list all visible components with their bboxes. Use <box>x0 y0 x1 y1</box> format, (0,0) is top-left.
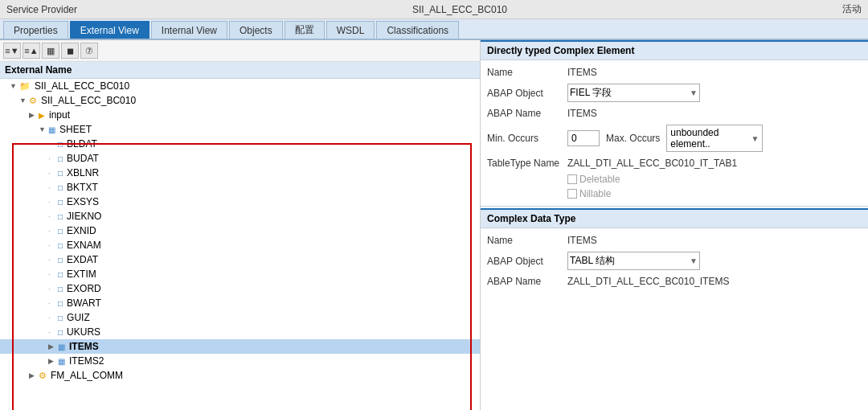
toolbar-btn-3[interactable]: ◼ <box>61 43 79 59</box>
tree-item[interactable]: ▶▦ITEMS <box>0 339 480 354</box>
field-row: ABAP NameZALL_DTI_ALL_ECC_BC010_ITEMS <box>481 273 868 290</box>
tree-item[interactable]: ·□BUDAT <box>0 151 480 166</box>
table-type-value: ZALL_DTI_ALL_ECC_BC010_IT_TAB1 <box>567 158 862 169</box>
tree-item-label: BWART <box>67 297 101 309</box>
expand-icon: ▶ <box>29 111 37 119</box>
max-occurs-select[interactable]: unbounded element..▼ <box>666 125 763 152</box>
expand-icon: ▶ <box>29 371 37 379</box>
tree-item[interactable]: ▶⚙FM_ALL_COMM <box>0 368 480 383</box>
tree-item[interactable]: ·□EXNID <box>0 223 480 238</box>
box-icon: □ <box>58 299 63 308</box>
section1-title: Directly typed Complex Element <box>481 40 868 60</box>
field-row: NameITEMS <box>481 232 868 249</box>
tab-objects[interactable]: Objects <box>229 21 283 39</box>
expand-icon: ▼ <box>10 82 18 90</box>
tree-item-label: SII_ALL_ECC_BC010 <box>41 95 136 106</box>
field-value: ITEMS <box>567 67 862 78</box>
occurs-label: Min. Occurs <box>487 133 567 144</box>
tab-bar: PropertiesExternal ViewInternal ViewObje… <box>0 19 868 40</box>
tab-配置[interactable]: 配置 <box>285 21 325 39</box>
max-occurs-value: unbounded element.. <box>670 127 751 150</box>
tree-item[interactable]: ·□BKTXT <box>0 180 480 195</box>
gear-icon: ⚙ <box>39 371 47 381</box>
tab-classifications[interactable]: Classifications <box>376 21 459 39</box>
tree-spacer: · <box>48 328 58 337</box>
tree-item[interactable]: ·□BLDAT <box>0 137 480 151</box>
toolbar: ≡▼≡▲▦◼⑦ <box>0 40 480 62</box>
field-label: ABAP Name <box>487 108 567 119</box>
tab-external-view[interactable]: External View <box>70 21 149 39</box>
tree-item[interactable]: ·□EXORD <box>0 281 480 296</box>
tree-item[interactable]: ▼📁SII_ALL_ECC_BC010 <box>0 79 480 93</box>
tree-item[interactable]: ·□EXNAM <box>0 238 480 252</box>
gear-icon: ⚙ <box>29 96 37 106</box>
tree-item-label: JIEKNO <box>67 211 101 222</box>
tree-item[interactable]: ·□JIEKNO <box>0 209 480 223</box>
tree-spacer: · <box>48 227 58 236</box>
checkbox-item[interactable]: Deletable <box>567 174 620 185</box>
box-icon: □ <box>58 256 63 264</box>
table-icon: ▦ <box>58 357 65 366</box>
toolbar-btn-4[interactable]: ⑦ <box>80 43 98 59</box>
tree-item-label: EXNAM <box>67 240 101 251</box>
tree-item-label: EXDAT <box>67 254 98 265</box>
main-content: ≡▼≡▲▦◼⑦ External Name ▼📁SII_ALL_ECC_BC01… <box>0 40 868 410</box>
toolbar-btn-0[interactable]: ≡▼ <box>3 43 21 59</box>
tree-item[interactable]: ▼▦SHEET <box>0 122 480 137</box>
tree-item[interactable]: ·□EXTIM <box>0 267 480 281</box>
tree-spacer: · <box>48 198 58 207</box>
box-icon: □ <box>58 270 63 279</box>
tree-item-label: BKTXT <box>67 182 98 193</box>
tree-spacer: · <box>48 212 58 221</box>
expand-icon: ▶ <box>48 357 56 365</box>
expand-icon: ▼ <box>39 125 47 133</box>
tree-item[interactable]: ·□EXSYS <box>0 195 480 209</box>
tree-container[interactable]: ▼📁SII_ALL_ECC_BC010▼⚙SII_ALL_ECC_BC010▶▶… <box>0 79 480 410</box>
divider <box>481 206 868 207</box>
tree-item-label: BUDAT <box>67 153 99 164</box>
table-icon: ▦ <box>48 125 55 134</box>
tree-item[interactable]: ·□XBLNR <box>0 166 480 180</box>
box-icon: □ <box>58 285 63 293</box>
tree-item[interactable]: ▼⚙SII_ALL_ECC_BC010 <box>0 93 480 108</box>
fields-grid-2: NameITEMSABAP ObjectTABL 结构▼ABAP NameZAL… <box>481 228 868 293</box>
tree-item-label: SHEET <box>59 124 92 135</box>
tree-spacer: · <box>48 270 58 279</box>
field-value: ZALL_DTI_ALL_ECC_BC010_ITEMS <box>567 276 862 287</box>
tab-internal-view[interactable]: Internal View <box>151 21 227 39</box>
tree-header: External Name <box>0 62 480 79</box>
tree-item[interactable]: ·□GUIZ <box>0 310 480 325</box>
expand-icon: ▼ <box>19 96 27 105</box>
tree-item[interactable]: ·□BWART <box>0 296 480 310</box>
checkbox-label: Nillable <box>579 188 611 199</box>
arrow-icon: ▶ <box>39 111 45 120</box>
tree-item-label: ITEMS <box>69 341 99 352</box>
checkbox-item[interactable]: Nillable <box>567 188 611 199</box>
toolbar-btn-2[interactable]: ▦ <box>42 43 59 59</box>
tree-item[interactable]: ·□EXDAT <box>0 252 480 267</box>
title-bar-center: SII_ALL_ECC_BC010 <box>77 4 842 15</box>
tree-item[interactable]: ▶▦ITEMS2 <box>0 354 480 368</box>
tab-wsdl[interactable]: WSDL <box>326 21 375 39</box>
tree-item[interactable]: ·□UKURS <box>0 325 480 339</box>
field-label: Name <box>487 67 567 78</box>
tree-item[interactable]: ▶▶input <box>0 108 480 122</box>
select-arrow-icon: ▼ <box>690 256 698 265</box>
occurs-row: Min. OccursMax. Occursunbounded element.… <box>481 122 868 154</box>
field-label: Name <box>487 235 567 246</box>
min-occurs-input[interactable] <box>567 130 600 146</box>
table-icon: ▦ <box>58 342 65 351</box>
field-select[interactable]: FIEL 字段▼ <box>567 84 700 102</box>
tree-item-label: input <box>49 109 70 121</box>
occurs-inner: Max. Occursunbounded element..▼ <box>567 125 862 152</box>
title-bar: Service Provider SII_ALL_ECC_BC010 活动 <box>0 0 868 19</box>
tab-properties[interactable]: Properties <box>3 21 68 39</box>
field-select[interactable]: TABL 结构▼ <box>567 252 700 270</box>
box-icon: □ <box>58 169 63 178</box>
box-icon: □ <box>58 140 63 149</box>
toolbar-btn-1[interactable]: ≡▲ <box>23 43 40 59</box>
tree-spacer: · <box>48 314 58 322</box>
title-bar-right: 活动 <box>842 2 862 16</box>
section2-title: Complex Data Type <box>481 208 868 228</box>
left-panel: ≡▼≡▲▦◼⑦ External Name ▼📁SII_ALL_ECC_BC01… <box>0 40 481 410</box>
